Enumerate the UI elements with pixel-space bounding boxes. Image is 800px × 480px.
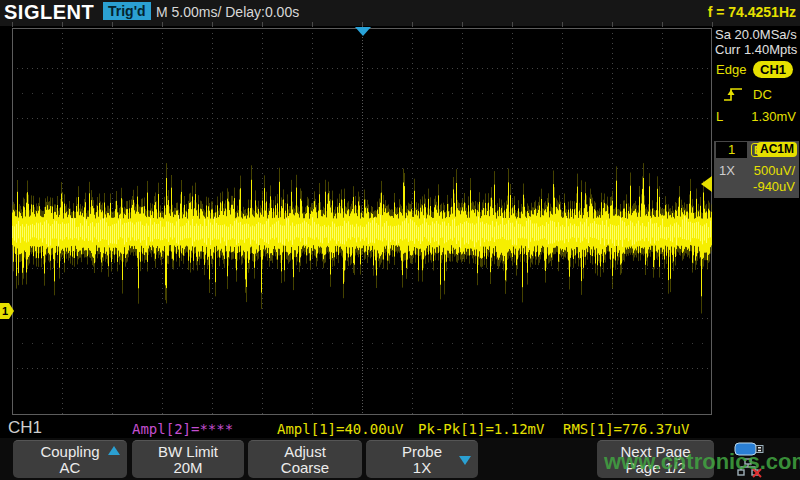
- menu-label: BW Limit: [132, 443, 244, 460]
- memory-depth-readout: Curr 1.40Mpts: [715, 42, 797, 57]
- channel-offset-readout: -940uV: [753, 179, 795, 194]
- measurement-channel-label: CH1: [8, 418, 42, 438]
- sample-rate-readout: Sa 20.0MSa/s: [715, 27, 797, 42]
- menu-button-probe[interactable]: Probe 1X: [366, 440, 478, 478]
- menu-button-coupling[interactable]: Coupling AC: [13, 440, 127, 478]
- measurement-pkpk1: Pk-Pk[1]=1.12mV: [418, 421, 544, 437]
- frequency-counter: f = 74.4251Hz: [708, 4, 796, 20]
- menu-down-arrow-icon: [459, 456, 471, 465]
- channel1-info-box[interactable]: 1 B AC1M 1X 500uV/ -940uV: [714, 141, 799, 198]
- usb-storage-icon: [734, 441, 768, 457]
- menu-label: Next Page: [597, 443, 714, 460]
- measurement-ampl2: Ampl[2]=****: [132, 421, 233, 437]
- menu-value: Page 1/2: [597, 460, 714, 476]
- menu-button-bw-limit[interactable]: BW Limit 20M: [132, 440, 244, 478]
- channel-number: 1: [716, 142, 747, 158]
- channel1-waveform-trace: [12, 28, 712, 415]
- brand-logo: SIGLENT: [4, 1, 94, 24]
- trigger-coupling-readout: DC: [753, 87, 772, 102]
- menu-value: 20M: [132, 460, 244, 476]
- trigger-position-marker[interactable]: [355, 27, 371, 36]
- measurement-rms1: RMS[1]=776.37uV: [563, 421, 689, 437]
- timebase-readout: M 5.00ms/ Delay:0.00s: [156, 4, 299, 20]
- trigger-level-value: 1.30mV: [730, 109, 796, 124]
- menu-value: Coarse: [248, 460, 362, 476]
- menu-button-adjust[interactable]: Adjust Coarse: [248, 440, 362, 478]
- trigger-level-label: L: [716, 109, 723, 124]
- rising-edge-icon: [722, 85, 744, 103]
- oscilloscope-screen: SIGLENT Trig'd M 5.00ms/ Delay:0.00s f =…: [0, 0, 800, 480]
- trigger-source-badge: CH1: [753, 61, 793, 78]
- menu-label: Adjust: [248, 443, 362, 460]
- coupling-impedance-badge: AC1M: [757, 142, 797, 157]
- measurement-ampl1: Ampl[1]=40.00uV: [277, 421, 403, 437]
- menu-up-arrow-icon: [108, 446, 120, 455]
- trigger-status-badge: Trig'd: [103, 2, 151, 20]
- trigger-type-label: Edge: [716, 62, 746, 77]
- volts-per-div-readout: 500uV/: [754, 163, 795, 178]
- menu-button-next-page[interactable]: Next Page Page 1/2: [597, 440, 714, 478]
- lan-disconnected-icon: [737, 458, 765, 478]
- menu-value: AC: [13, 460, 127, 476]
- probe-attenuation-readout: 1X: [719, 163, 735, 178]
